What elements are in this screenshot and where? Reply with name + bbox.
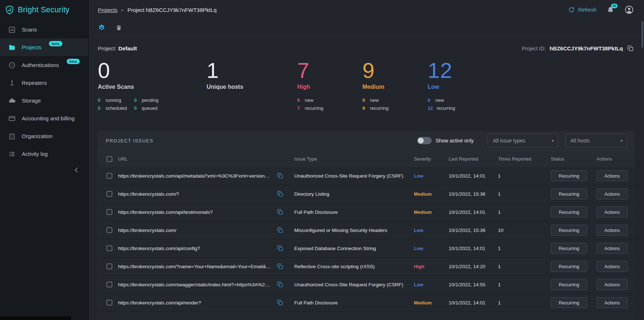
table-row[interactable]: https://brokencrystals.com/api/metadata?… <box>98 167 635 185</box>
row-checkbox[interactable] <box>107 209 112 215</box>
sidebar-item-label: Authentications <box>22 62 59 68</box>
row-checkbox[interactable] <box>107 263 112 269</box>
copy-url-button[interactable] <box>277 173 283 179</box>
status-chip[interactable]: Recurring <box>551 279 587 290</box>
brand[interactable]: Bright Security <box>0 0 88 21</box>
copy-url-button[interactable] <box>277 299 283 306</box>
row-checkbox[interactable] <box>107 227 112 233</box>
delete-project-trash-button[interactable] <box>116 24 122 31</box>
status-chip[interactable]: Recurring <box>551 170 587 181</box>
sidebar-item-organization[interactable]: Organization <box>0 127 88 145</box>
row-checkbox[interactable] <box>107 173 112 179</box>
list-icon <box>8 150 16 158</box>
table-row[interactable]: https://brokencrystals.com/Misconfigured… <box>98 221 635 240</box>
table-row[interactable]: https://brokencrystals.com/api/testimoni… <box>98 203 635 221</box>
breadcrumb-projects-link[interactable]: Projects <box>98 7 117 13</box>
column-header-status: Status <box>551 156 597 162</box>
sidebar-item-projects[interactable]: Projectsbeta <box>0 38 88 56</box>
select-all-checkbox[interactable] <box>107 156 112 162</box>
sidebar-item-storage[interactable]: Storage <box>0 92 88 109</box>
issue-url: https://brokencrystals.com/api/render? <box>118 300 201 306</box>
issue-type: Unauthorized Cross-Site Request Forgery … <box>294 282 414 287</box>
column-header-issue-type: Issue Type <box>294 156 414 162</box>
table-row[interactable]: https://brokencrystals.com/?Directory Li… <box>98 185 635 203</box>
status-chip[interactable]: Recurring <box>551 243 587 254</box>
scrollbar-thumb[interactable] <box>641 21 643 48</box>
row-checkbox[interactable] <box>107 191 112 197</box>
breadcrumb-separator-icon: ▸ <box>121 8 124 12</box>
project-settings-gear-button[interactable] <box>98 24 105 32</box>
table-row[interactable]: https://brokencrystals.com/api/render?Fu… <box>98 294 635 312</box>
table-row-partial <box>98 312 635 320</box>
issue-times-reported: 1 <box>498 191 551 197</box>
table-row[interactable]: https://brokencrystals.com/?name=Your+Na… <box>98 258 635 276</box>
copy-url-button[interactable] <box>277 191 283 197</box>
actions-button[interactable]: Actions <box>597 243 628 254</box>
notifications-button[interactable]: 35 <box>607 6 614 14</box>
show-active-only-group: Show active only <box>417 137 474 144</box>
project-id-label: Project ID: <box>522 46 545 51</box>
issue-severity: Medium <box>414 209 449 215</box>
sidebar-item-scans[interactable]: Scans <box>0 21 88 38</box>
host-filter-value: All hosts <box>570 138 590 144</box>
copy-url-button[interactable] <box>277 209 283 215</box>
sidebar-item-label: Storage <box>22 97 41 104</box>
severity-count: 7 <box>297 59 362 83</box>
actions-button[interactable]: Actions <box>597 225 628 236</box>
project-name: Default <box>119 45 137 51</box>
sidebar-item-accounting-and-billing[interactable]: Accounting and billing <box>0 109 88 127</box>
app-root: Bright Security ScansProjectsbetaAuthent… <box>0 0 644 320</box>
refresh-label: Refresh <box>578 7 597 13</box>
issue-times-reported: 1 <box>498 209 551 215</box>
issue-url: https://brokencrystals.com/?name=Your+Na… <box>118 264 272 269</box>
copy-url-button[interactable] <box>277 263 283 270</box>
actions-button[interactable]: Actions <box>597 170 628 181</box>
actions-button[interactable]: Actions <box>597 297 628 308</box>
sidebar-item-activity-log[interactable]: Activity log <box>0 145 88 163</box>
copy-url-button[interactable] <box>277 281 283 288</box>
user-avatar[interactable] <box>624 5 634 14</box>
issue-type-filter-value: All issue types <box>493 138 525 144</box>
refresh-button[interactable]: Refresh <box>568 7 597 13</box>
copy-project-id-button[interactable] <box>627 45 634 52</box>
severity-substats: 0new7recurring <box>297 97 362 111</box>
stats-row: 0 Active Scans 0running0pending0schedule… <box>89 53 644 113</box>
issue-type-filter-dropdown[interactable]: All issue types ▾ <box>487 134 558 147</box>
table-row[interactable]: https://brokencrystals.com/swagger/stati… <box>98 276 635 294</box>
row-checkbox[interactable] <box>107 282 112 287</box>
issue-times-reported: 1 <box>498 300 551 306</box>
actions-button[interactable]: Actions <box>597 279 628 290</box>
row-checkbox[interactable] <box>107 300 112 306</box>
sidebar-item-authentications[interactable]: Authenticationsbeta <box>0 56 88 74</box>
refresh-icon <box>568 7 575 13</box>
issue-severity: Low <box>414 228 449 233</box>
status-chip[interactable]: Recurring <box>551 207 587 217</box>
column-header-times-reported: Times Reported <box>498 156 551 162</box>
row-checkbox[interactable] <box>107 245 112 251</box>
actions-button[interactable]: Actions <box>597 207 628 217</box>
status-chip[interactable]: Recurring <box>551 188 587 199</box>
host-filter-dropdown[interactable]: All hosts ▾ <box>565 134 627 147</box>
copy-url-button[interactable] <box>277 227 283 233</box>
credit-card-icon <box>8 115 16 122</box>
actions-button[interactable]: Actions <box>597 261 628 272</box>
table-row[interactable]: https://brokencrystals.com/api/config?Ex… <box>98 240 635 258</box>
status-chip[interactable]: Recurring <box>551 261 587 272</box>
actions-button[interactable]: Actions <box>597 188 628 199</box>
copy-url-button[interactable] <box>277 245 283 252</box>
show-active-only-toggle[interactable] <box>417 137 432 144</box>
active-scans-sub-queued: 0queued <box>134 105 207 111</box>
issue-severity: Medium <box>414 191 449 197</box>
building-icon <box>8 133 16 140</box>
status-chip[interactable]: Recurring <box>551 225 587 236</box>
issue-last-reported: 10/1/2022, 14:20 <box>449 264 498 269</box>
sidebar: Bright Security ScansProjectsbetaAuthent… <box>0 0 89 320</box>
sidebar-item-repeaters[interactable]: Repeaters <box>0 74 88 92</box>
status-chip[interactable]: Recurring <box>551 297 587 308</box>
column-header-last-reported: Last Reported <box>449 156 498 162</box>
issue-severity: High <box>414 264 449 269</box>
issues-panel: PROJECT ISSUES Show active only All issu… <box>98 131 635 320</box>
beta-badge: beta <box>67 59 80 64</box>
header-actions: Refresh 35 <box>568 5 634 14</box>
sidebar-collapse-button[interactable] <box>72 166 80 174</box>
